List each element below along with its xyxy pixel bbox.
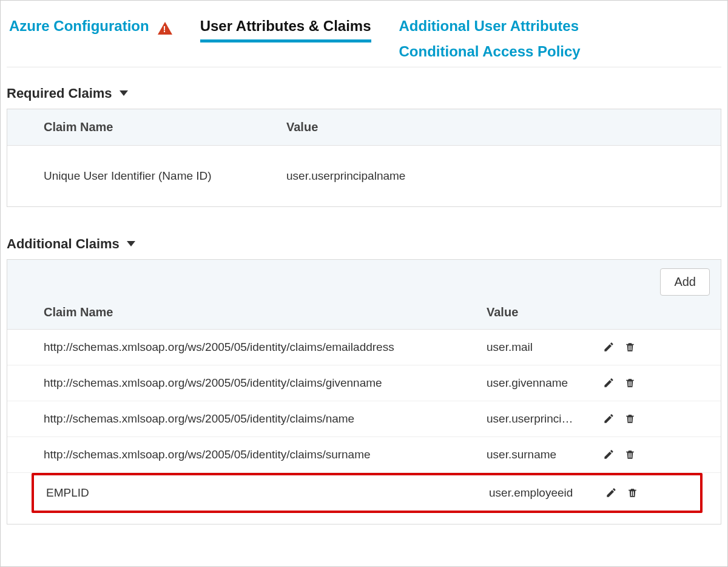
claim-value-cell: user.surname <box>487 448 590 461</box>
delete-icon[interactable] <box>624 413 636 424</box>
additional-claims-title: Additional Claims <box>7 236 120 252</box>
claim-name-cell: http://schemas.xmlsoap.org/ws/2005/05/id… <box>44 376 487 390</box>
header-claim-name: Claim Name <box>44 305 487 319</box>
row-actions <box>603 449 700 460</box>
table-row: Unique User Identifier (Name ID) user.us… <box>7 146 721 206</box>
warning-icon <box>158 22 172 35</box>
add-button[interactable]: Add <box>660 268 710 296</box>
tab-user-attributes-claims[interactable]: User Attributes & Claims <box>200 16 371 42</box>
claim-value-cell: user.givenname <box>487 376 590 390</box>
table-row: http://schemas.xmlsoap.org/ws/2005/05/id… <box>7 365 721 401</box>
header-value: Value <box>286 120 721 134</box>
additional-claims-table: Add Claim Name Value http://schemas.xmls… <box>7 259 721 525</box>
caret-down-icon <box>127 241 135 246</box>
claim-name-cell: http://schemas.xmlsoap.org/ws/2005/05/id… <box>44 448 487 461</box>
header-claim-name: Claim Name <box>44 120 286 134</box>
caret-down-icon <box>120 90 128 96</box>
tab-azure-configuration[interactable]: Azure Configuration <box>9 16 149 41</box>
delete-icon[interactable] <box>624 449 636 460</box>
claim-value-cell: user.employeeid <box>489 486 592 500</box>
claim-value-cell: user.mail <box>487 341 590 354</box>
required-claims-title: Required Claims <box>7 86 112 101</box>
tab-additional-user-attributes[interactable]: Additional User Attributes <box>399 16 581 41</box>
row-actions <box>603 341 700 353</box>
edit-icon[interactable] <box>605 487 617 498</box>
delete-icon[interactable] <box>627 487 638 498</box>
edit-icon[interactable] <box>603 341 615 353</box>
additional-claims-header-row: Claim Name Value <box>7 296 721 330</box>
table-row: http://schemas.xmlsoap.org/ws/2005/05/id… <box>7 330 721 365</box>
additional-claims-body: http://schemas.xmlsoap.org/ws/2005/05/id… <box>7 330 721 524</box>
table-row-highlighted: EMPLID user.employeeid <box>32 473 703 513</box>
row-actions <box>603 413 700 424</box>
claim-name-cell: http://schemas.xmlsoap.org/ws/2005/05/id… <box>44 412 487 426</box>
tab-conditional-access-policy[interactable]: Conditional Access Policy <box>399 42 581 66</box>
table-row: http://schemas.xmlsoap.org/ws/2005/05/id… <box>7 437 721 473</box>
row-actions <box>603 377 700 389</box>
required-claims-table: Claim Name Value Unique User Identifier … <box>7 109 721 207</box>
page-container: Azure Configuration User Attributes & Cl… <box>0 0 728 567</box>
claim-value-cell: user.userprincipalname <box>286 169 721 183</box>
claim-name-cell: http://schemas.xmlsoap.org/ws/2005/05/id… <box>44 341 487 354</box>
claim-value-cell: user.userprinci… <box>487 412 590 426</box>
claim-name-cell: Unique User Identifier (Name ID) <box>44 169 286 183</box>
table-row: http://schemas.xmlsoap.org/ws/2005/05/id… <box>7 401 721 437</box>
delete-icon[interactable] <box>624 377 636 389</box>
tab-extra-column: Additional User Attributes Conditional A… <box>399 16 581 67</box>
additional-claims-toggle[interactable]: Additional Claims <box>7 236 721 252</box>
tab-azure-configuration-wrap[interactable]: Azure Configuration <box>9 16 172 41</box>
header-value: Value <box>487 305 608 319</box>
row-actions <box>605 487 696 498</box>
edit-icon[interactable] <box>603 449 615 460</box>
edit-icon[interactable] <box>603 377 615 389</box>
delete-icon[interactable] <box>624 341 636 353</box>
claim-name-cell: EMPLID <box>46 486 489 500</box>
tab-bar: Azure Configuration User Attributes & Cl… <box>7 5 721 67</box>
edit-icon[interactable] <box>603 413 615 424</box>
additional-claims-toolbar: Add <box>7 260 721 296</box>
required-claims-toggle[interactable]: Required Claims <box>7 86 721 101</box>
required-claims-header-row: Claim Name Value <box>7 109 721 146</box>
